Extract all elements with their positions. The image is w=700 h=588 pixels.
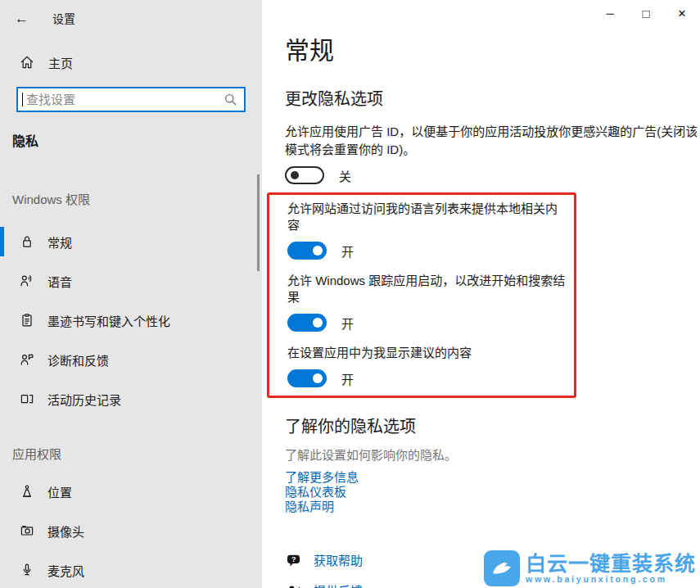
window-controls: ─ □ ✕: [592, 0, 700, 26]
section-heading-change-privacy: 更改隐私选项: [285, 88, 700, 110]
lock-icon: [18, 233, 36, 250]
app-launch-tracking-toggle-label: 允许 Windows 跟踪应用启动，以改进开始和搜索结果: [287, 273, 566, 305]
watermark-url: www.baiyunxitong.com: [526, 574, 696, 585]
sidebar-item-label: 诊断和反馈: [47, 351, 109, 369]
page-title: 常规: [285, 34, 700, 67]
suggested-content-toggle[interactable]: [287, 369, 327, 387]
sidebar-category-title: 隐私: [12, 130, 262, 150]
section-heading-know-privacy: 了解你的隐私选项: [285, 416, 700, 437]
sidebar-item-general[interactable]: 常规: [0, 222, 262, 261]
search-icon[interactable]: [223, 92, 239, 108]
location-icon: [18, 483, 36, 500]
search-input[interactable]: [16, 87, 246, 112]
sidebar: ← 设置 主页 隐私 Windows 权限: [0, 0, 262, 588]
toggle-state-label: 开: [341, 242, 354, 260]
sidebar-item-label: 墨迹书写和键入个性化: [47, 312, 170, 329]
watermark-title: 白云一键重装系统: [526, 553, 696, 574]
main-content: ─ □ ✕ 常规 更改隐私选项 允许应用使用广告 ID，以便基于你的应用活动投放…: [262, 0, 700, 588]
sidebar-item-home-label: 主页: [48, 54, 73, 71]
sidebar-item-label: 位置: [47, 483, 72, 500]
privacy-links: 了解更多信息 隐私仪表板 隐私声明: [285, 470, 700, 514]
feedback-person-icon: [285, 583, 303, 588]
app-title: 设置: [52, 10, 75, 26]
sidebar-item-label: 活动历史记录: [47, 391, 121, 408]
advertising-id-toggle[interactable]: [285, 166, 324, 184]
language-list-toggle-label: 允许网站通过访问我的语言列表来提供本地相关内容: [287, 201, 566, 233]
advertising-id-description: 允许应用使用广告 ID，以便基于你的应用活动投放你更感兴趣的广告(关闭该模式将会…: [285, 123, 699, 159]
microphone-icon: [18, 562, 36, 578]
sidebar-item-activity-history[interactable]: 活动历史记录: [0, 379, 262, 418]
watermark-text: 白云一键重装系统 www.baiyunxitong.com: [526, 553, 696, 585]
sidebar-item-label: 麦克风: [47, 562, 84, 579]
sidebar-item-label: 摄像头: [47, 522, 84, 540]
help-bubble-icon: ?: [285, 553, 303, 569]
speech-icon: [18, 273, 36, 289]
suggested-content-toggle-label: 在设置应用中为我显示建议的内容: [287, 345, 566, 361]
text-caret: [22, 93, 23, 106]
advertising-id-toggle-row: 关: [285, 166, 700, 184]
toggle-knob: [313, 318, 323, 328]
toggle-knob: [313, 373, 323, 383]
sidebar-nav-app-permissions: 位置 摄像头 麦克风: [0, 472, 262, 588]
language-list-toggle[interactable]: [287, 242, 327, 260]
home-icon: [18, 54, 36, 70]
privacy-statement-link[interactable]: 隐私声明: [285, 500, 700, 514]
privacy-dashboard-link[interactable]: 隐私仪表板: [285, 485, 700, 500]
suggested-content-toggle-row: 开: [287, 369, 566, 387]
svg-text:?: ?: [291, 555, 296, 563]
toggle-knob: [313, 246, 323, 256]
minimize-button[interactable]: ─: [592, 0, 628, 26]
highlight-annotation-box: 允许网站通过访问我的语言列表来提供本地相关内容 开 允许 Windows 跟踪应…: [267, 192, 576, 398]
app-launch-tracking-toggle[interactable]: [287, 314, 327, 332]
inking-icon: [18, 312, 36, 328]
sidebar-item-label: 常规: [47, 233, 72, 251]
toggle-state-label: 开: [341, 314, 354, 332]
sidebar-item-camera[interactable]: 摄像头: [0, 511, 262, 550]
sidebar-item-diagnostics-feedback[interactable]: 诊断和反馈: [0, 340, 262, 379]
maximize-button[interactable]: □: [628, 0, 664, 26]
sidebar-item-speech[interactable]: 语音: [0, 261, 262, 301]
know-privacy-description: 了解此设置如何影响你的隐私。: [285, 447, 700, 464]
camera-icon: [18, 522, 36, 539]
search-box: [16, 87, 246, 112]
sidebar-section-app-permissions: 应用权限: [12, 445, 262, 462]
watermark: 白云一键重装系统 www.baiyunxitong.com: [484, 550, 696, 586]
close-button[interactable]: ✕: [664, 0, 700, 26]
diagnostics-icon: [18, 351, 36, 368]
give-feedback-link[interactable]: 提供反馈: [314, 582, 363, 588]
sidebar-item-microphone[interactable]: 麦克风: [0, 550, 262, 588]
language-list-toggle-row: 开: [287, 242, 566, 260]
sidebar-item-home[interactable]: 主页: [0, 52, 262, 72]
app-launch-tracking-toggle-row: 开: [287, 314, 566, 332]
toggle-knob: [291, 171, 299, 179]
get-help-link[interactable]: 获取帮助: [314, 552, 363, 570]
sidebar-item-location[interactable]: 位置: [0, 472, 262, 511]
toggle-state-label: 关: [339, 167, 351, 184]
learn-more-link[interactable]: 了解更多信息: [285, 470, 700, 485]
sidebar-nav-windows-permissions: 常规 语音 墨迹书写和键入个性化: [0, 222, 262, 418]
sidebar-section-windows-permissions: Windows 权限: [12, 190, 262, 207]
titlebar-left: ← 设置: [0, 0, 262, 28]
watermark-bird-icon: [484, 550, 520, 586]
sidebar-item-label: 语音: [47, 273, 72, 290]
toggle-state-label: 开: [341, 370, 354, 387]
sidebar-scrollbar[interactable]: [257, 174, 260, 271]
sidebar-item-inking-typing[interactable]: 墨迹书写和键入个性化: [0, 301, 262, 340]
activity-history-icon: [18, 391, 36, 407]
settings-window: ← 设置 主页 隐私 Windows 权限: [0, 0, 700, 588]
back-button[interactable]: ←: [15, 11, 29, 25]
